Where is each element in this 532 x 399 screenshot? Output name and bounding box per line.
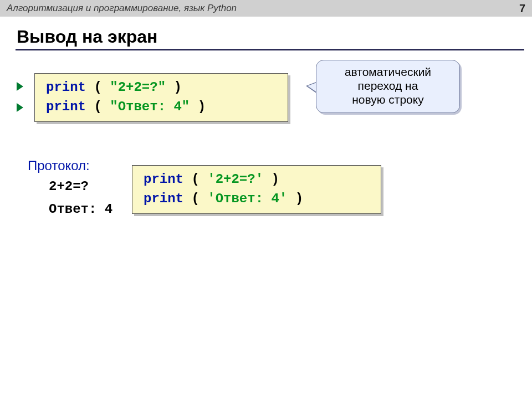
string-literal: 'Ответ: 4' — [207, 191, 287, 206]
code-paren: ) — [263, 172, 279, 187]
slide-subtitle: Алгоритмизация и программирование, язык … — [7, 3, 237, 14]
string-literal: '2+2=?' — [207, 172, 263, 187]
code-paren: ) — [166, 80, 182, 95]
keyword-print: print — [46, 99, 86, 114]
code-paren: ) — [190, 99, 206, 114]
string-literal: "Ответ: 4" — [110, 99, 190, 114]
callout-bubble: автоматический переход на новую строку — [316, 60, 460, 113]
code-line: print ( "Ответ: 4" ) — [46, 98, 277, 117]
callout-text: автоматический — [322, 65, 454, 79]
protocol-output: 2+2=? — [49, 179, 112, 194]
code-block-2-wrapper: print ( '2+2=?' ) print ( 'Ответ: 4' ) — [132, 165, 381, 214]
protocol-block: Протокол: 2+2=? Ответ: 4 — [17, 141, 112, 224]
callout-text: переход на — [322, 79, 454, 93]
bullet-icon — [17, 82, 23, 91]
string-literal: "2+2=?" — [110, 80, 166, 95]
keyword-print: print — [144, 191, 183, 206]
code-paren: ( — [183, 172, 207, 187]
title-underline — [16, 49, 524, 50]
code-paren: ( — [86, 99, 110, 114]
code-paren: ) — [287, 191, 303, 206]
protocol-label: Протокол: — [28, 158, 112, 173]
bullet-icon — [17, 103, 23, 112]
code-paren: ( — [86, 80, 110, 95]
slide-title: Вывод на экран — [17, 27, 532, 47]
code-block-1-wrapper: print ( "2+2=?" ) print ( "Ответ: 4" ) — [34, 73, 288, 122]
callout-text: новую строку — [322, 93, 454, 106]
slide-header: Алгоритмизация и программирование, язык … — [0, 0, 532, 17]
code-line: print ( '2+2=?' ) — [144, 170, 370, 190]
code-line: print ( "2+2=?" ) — [46, 78, 277, 98]
keyword-print: print — [46, 80, 86, 95]
protocol-output: Ответ: 4 — [49, 202, 112, 217]
code-paren: ( — [183, 191, 207, 206]
code-block-1: print ( "2+2=?" ) print ( "Ответ: 4" ) — [34, 73, 288, 122]
code-block-2: print ( '2+2=?' ) print ( 'Ответ: 4' ) — [132, 165, 381, 214]
keyword-print: print — [144, 172, 183, 187]
page-number: 7 — [519, 2, 525, 15]
code-line: print ( 'Ответ: 4' ) — [144, 190, 370, 209]
bullet-column — [17, 82, 31, 124]
